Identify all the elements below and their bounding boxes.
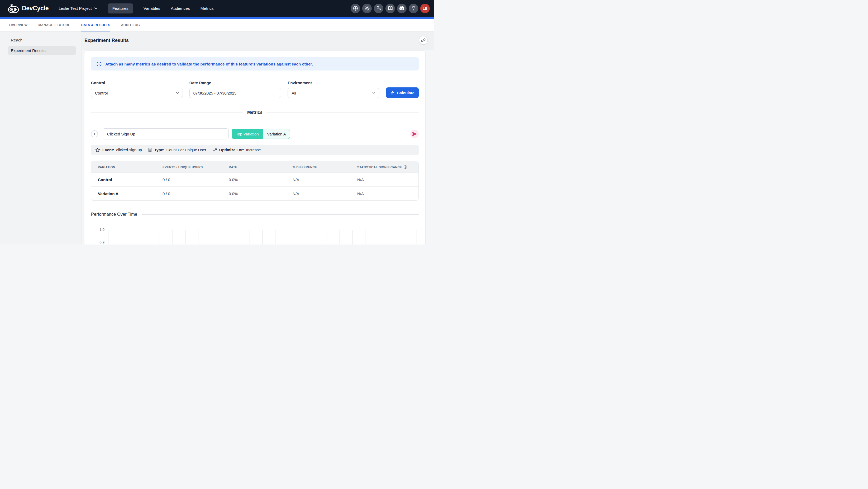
results-table: VARIATION EVENTS / UNIQUE USERS RATE % D… — [91, 161, 419, 201]
date-range-input[interactable]: 07/30/2025 - 07/30/2025 — [189, 88, 281, 98]
remove-metric-button[interactable] — [410, 130, 419, 138]
lightning-bolt-icon — [390, 91, 395, 95]
event-detail: Event: clicked-sign-up — [95, 148, 142, 153]
toggle-variation-a[interactable]: Variation A — [263, 129, 290, 139]
tab-audit-log[interactable]: AUDIT LOG — [121, 19, 140, 31]
performance-title: Performance Over Time — [91, 212, 137, 217]
metric-name-input[interactable]: Clicked Sign Up — [103, 128, 229, 139]
nav-item-audiences[interactable]: Audiences — [171, 6, 190, 11]
nav-item-metrics[interactable]: Metrics — [200, 6, 214, 11]
user-avatar[interactable]: LE — [420, 4, 430, 13]
metric-row: 1 Clicked Sign Up Top Variation Variatio… — [91, 128, 419, 139]
chart-vertical-gridline — [352, 230, 352, 244]
calculate-button-label: Calculate — [397, 91, 414, 95]
page-title: Experiment Results — [85, 38, 129, 43]
top-navigation: DevCycle Leslie Test Project Features Va… — [0, 0, 434, 17]
nav-item-features[interactable]: Features — [108, 3, 133, 13]
metric-details-strip: Event: clicked-sign-up Type: Count Per U… — [91, 145, 419, 155]
col-variation: VARIATION — [91, 165, 162, 169]
calculator-icon — [148, 148, 152, 153]
date-range-value: 07/30/2025 - 07/30/2025 — [193, 91, 237, 95]
discord-button[interactable] — [397, 4, 407, 13]
sidebar-item-reach[interactable]: Reach — [8, 36, 76, 45]
table-row: Variation A 0 / 0 0.0% N/A N/A — [91, 186, 418, 200]
chevron-down-icon — [372, 92, 375, 94]
sidebar-item-experiment-results[interactable]: Experiment Results — [8, 46, 76, 55]
chart-vertical-gridline — [224, 230, 224, 244]
plus-circle-icon — [353, 5, 358, 11]
row-events: 0 / 0 — [162, 192, 229, 196]
table-header-row: VARIATION EVENTS / UNIQUE USERS RATE % D… — [91, 161, 418, 172]
date-range-filter: Date Range 07/30/2025 - 07/30/2025 — [189, 81, 281, 98]
tab-manage-feature[interactable]: MANAGE FEATURE — [38, 19, 70, 31]
feature-tabbar: OVERVIEW MANAGE FEATURE DATA & RESULTS A… — [0, 19, 434, 32]
date-range-label: Date Range — [189, 81, 281, 85]
chart-vertical-gridline — [198, 230, 198, 244]
control-label: Control — [91, 81, 183, 85]
chart-vertical-gridline — [134, 230, 134, 244]
chart-vertical-gridline — [327, 230, 327, 244]
gear-icon — [364, 5, 370, 11]
chart-y-tick-label: 0.9 — [96, 240, 104, 244]
chart-plot: 1.00.9 — [108, 230, 416, 244]
notifications-button[interactable] — [409, 4, 418, 13]
settings-button[interactable] — [362, 4, 372, 13]
metrics-divider-label: Metrics — [247, 110, 262, 115]
banner-text: Attach as many metrics as desired to val… — [105, 62, 313, 66]
info-banner: Attach as many metrics as desired to val… — [91, 57, 419, 70]
row-rate: 0.0% — [229, 177, 292, 182]
project-selector[interactable]: Leslie Test Project — [59, 6, 97, 11]
chart-vertical-gridline — [108, 230, 108, 244]
nav-item-variables[interactable]: Variables — [144, 6, 160, 11]
chart-vertical-gridline — [262, 230, 263, 244]
create-new-button[interactable] — [351, 4, 360, 13]
performance-section-header: Performance Over Time — [91, 212, 419, 217]
chart-vertical-gridline — [211, 230, 211, 244]
docs-button[interactable] — [385, 4, 395, 13]
chart-y-tick-label: 1.0 — [96, 228, 104, 232]
col-rate: RATE — [229, 165, 292, 169]
row-difference: N/A — [292, 177, 357, 182]
star-icon — [95, 148, 100, 153]
toggle-top-variation[interactable]: Top Variation — [231, 129, 263, 139]
book-icon — [388, 5, 393, 11]
key-icon — [376, 5, 381, 11]
type-value: Count Per Unique User — [166, 148, 206, 152]
project-name: Leslie Test Project — [59, 6, 92, 11]
devcycle-logo[interactable]: DevCycle — [8, 4, 49, 13]
row-events: 0 / 0 — [162, 177, 229, 182]
chart-vertical-gridline — [378, 230, 378, 244]
chart-horizontal-gridline — [106, 230, 416, 230]
filters-row: Control Control Date Range 07/30/2025 - … — [91, 81, 419, 98]
tab-overview[interactable]: OVERVIEW — [9, 19, 27, 31]
experiment-results-card: Attach as many metrics as desired to val… — [85, 51, 425, 244]
calculate-button[interactable]: Calculate — [386, 87, 419, 98]
metrics-divider: Metrics — [91, 110, 419, 115]
chart-vertical-gridline — [416, 230, 417, 244]
control-filter: Control Control — [91, 81, 183, 98]
row-significance: N/A — [357, 177, 418, 182]
chart-vertical-gridline — [147, 230, 147, 244]
table-row: Control 0 / 0 0.0% N/A N/A — [91, 172, 418, 186]
col-significance: STATISTICAL SIGNIFICANCE — [357, 165, 418, 169]
control-select[interactable]: Control — [91, 88, 183, 98]
info-circle-icon[interactable] — [403, 165, 407, 169]
col-difference: % DIFFERENCE — [292, 165, 357, 169]
chevron-down-icon — [94, 7, 97, 9]
optimize-label: Optimize For: — [219, 148, 244, 152]
copy-link-button[interactable] — [419, 36, 427, 45]
environment-filter: Environment All — [287, 81, 379, 98]
control-select-value: Control — [95, 91, 107, 95]
chart-vertical-gridline — [391, 230, 391, 244]
environment-select[interactable]: All — [287, 88, 379, 98]
devcycle-robot-icon — [8, 4, 19, 13]
chart-vertical-gridline — [404, 230, 404, 244]
chart-vertical-gridline — [237, 230, 237, 244]
link-icon — [421, 38, 426, 42]
api-keys-button[interactable] — [374, 4, 383, 13]
discord-icon — [399, 6, 405, 10]
optimize-value: Increase — [246, 148, 261, 152]
content-area: Reach Experiment Results Experiment Resu… — [0, 32, 434, 244]
main-header: Experiment Results — [82, 32, 434, 49]
tab-data-and-results[interactable]: DATA & RESULTS — [81, 19, 110, 31]
